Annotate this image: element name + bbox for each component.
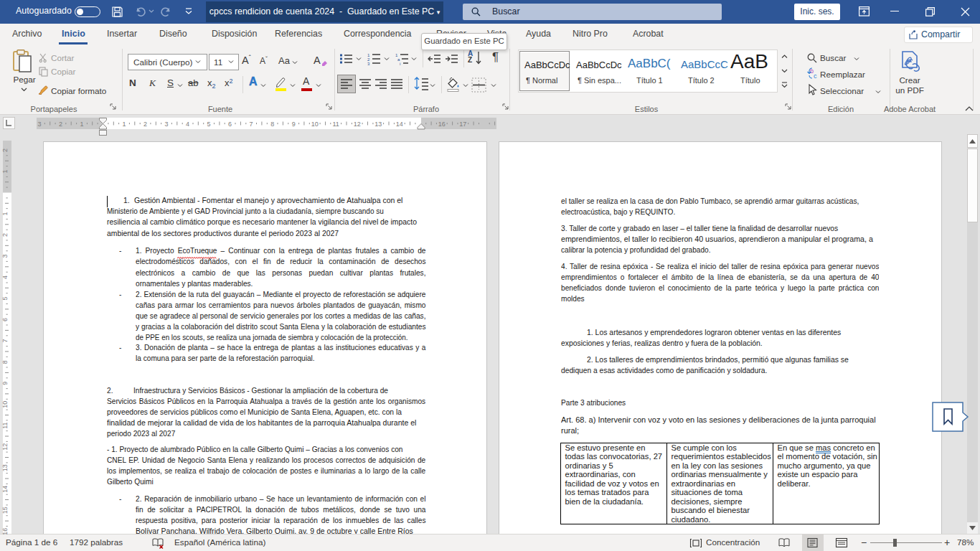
svg-text:9: 9 xyxy=(1,382,9,385)
svg-text:2: 2 xyxy=(59,121,62,128)
svg-text:8: 8 xyxy=(1,360,9,364)
svg-text:2: 2 xyxy=(143,121,147,128)
svg-text:13: 13 xyxy=(374,121,382,128)
svg-text:3: 3 xyxy=(165,121,169,128)
svg-text:15: 15 xyxy=(1,507,9,514)
svg-text:8: 8 xyxy=(270,121,274,128)
svg-text:10: 10 xyxy=(1,401,9,408)
svg-text:16: 16 xyxy=(438,121,446,128)
svg-text:5: 5 xyxy=(1,297,9,301)
svg-text:11: 11 xyxy=(1,423,9,429)
svg-text:c: c xyxy=(814,72,817,80)
svg-text:14: 14 xyxy=(396,121,403,128)
svg-text:1: 1 xyxy=(80,121,83,128)
svg-text:3: 3 xyxy=(367,62,370,66)
svg-text:4: 4 xyxy=(1,276,9,279)
svg-text:2: 2 xyxy=(1,149,9,152)
svg-text:12: 12 xyxy=(354,121,361,128)
svg-text:17: 17 xyxy=(459,121,466,128)
svg-text:2: 2 xyxy=(1,233,9,237)
svg-text:12: 12 xyxy=(1,443,9,451)
svg-text:9: 9 xyxy=(292,121,296,128)
svg-text:i: i xyxy=(400,62,400,66)
svg-text:10: 10 xyxy=(311,121,319,128)
svg-text:6: 6 xyxy=(1,318,9,321)
svg-text:16: 16 xyxy=(1,528,9,535)
svg-text:14: 14 xyxy=(1,486,9,493)
svg-text:11: 11 xyxy=(333,121,339,128)
svg-text:7: 7 xyxy=(1,339,9,343)
svg-text:6: 6 xyxy=(228,121,232,128)
svg-text:4: 4 xyxy=(186,121,189,128)
svg-text:1: 1 xyxy=(122,121,126,128)
svg-text:1: 1 xyxy=(1,169,9,173)
svg-text:13: 13 xyxy=(1,464,9,471)
svg-text:3: 3 xyxy=(37,121,41,128)
svg-text:7: 7 xyxy=(250,121,253,128)
svg-text:3: 3 xyxy=(1,255,9,258)
svg-text:5: 5 xyxy=(207,121,211,128)
svg-text:1: 1 xyxy=(1,212,9,215)
